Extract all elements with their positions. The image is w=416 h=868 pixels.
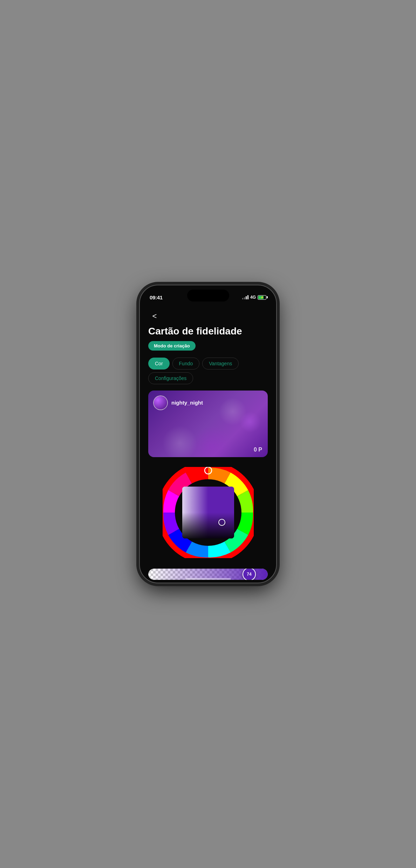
color-square[interactable] [182, 487, 234, 538]
tabs-container: Cor Fundo Vantagens Configurações [148, 358, 268, 384]
status-time: 09:41 [150, 294, 163, 300]
avatar [153, 395, 168, 410]
back-button[interactable]: < [148, 310, 161, 323]
bokeh-3 [240, 412, 261, 433]
status-icons: 4G ⚡ [242, 295, 266, 300]
color-square-gradient [182, 487, 234, 538]
tab-vantagens[interactable]: Vantagens [202, 358, 239, 369]
phone-frame: 09:41 4G ⚡ < Cartão de fidelidade Modo d… [139, 285, 277, 583]
color-square-indicator[interactable] [218, 519, 225, 526]
tab-cor[interactable]: Cor [148, 358, 170, 369]
alpha-thumb[interactable]: 74 [243, 569, 256, 580]
color-wheel-wrapper[interactable] [163, 467, 254, 558]
page-title: Cartão de fidelidade [148, 326, 268, 337]
battery-icon: ⚡ [258, 295, 266, 300]
network-label: 4G [250, 295, 256, 300]
dynamic-island [187, 290, 229, 301]
signal-bars-icon [242, 295, 248, 299]
main-content: < Cartão de fidelidade Modo de criação C… [140, 304, 276, 583]
tab-configuracoes[interactable]: Configurações [148, 372, 193, 384]
home-indicator [185, 578, 231, 580]
tab-fundo[interactable]: Fundo [172, 358, 200, 369]
bokeh-4 [191, 426, 233, 457]
alpha-value: 74 [247, 572, 251, 577]
card-points: 0 P [254, 447, 262, 453]
battery-bolt-icon: ⚡ [260, 296, 264, 299]
mode-badge: Modo de criação [148, 341, 196, 351]
card-header: nighty_night [153, 395, 203, 410]
color-wheel-container: 74 [148, 467, 268, 582]
card-preview: nighty_night 0 P [148, 391, 268, 457]
card-username: nighty_night [171, 400, 203, 406]
